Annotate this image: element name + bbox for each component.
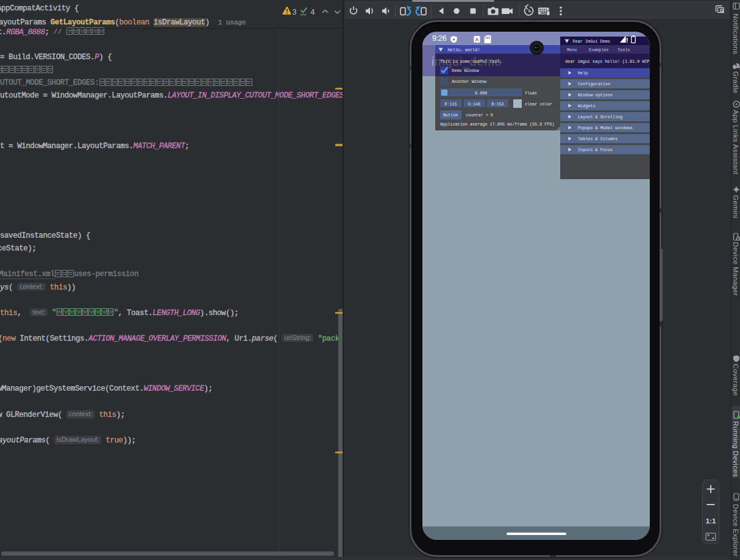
svg-text:3: 3 [293,8,297,16]
svg-text:1:1: 1:1 [706,517,716,525]
svg-text:A: A [475,37,479,42]
svg-text:4: 4 [311,8,315,16]
